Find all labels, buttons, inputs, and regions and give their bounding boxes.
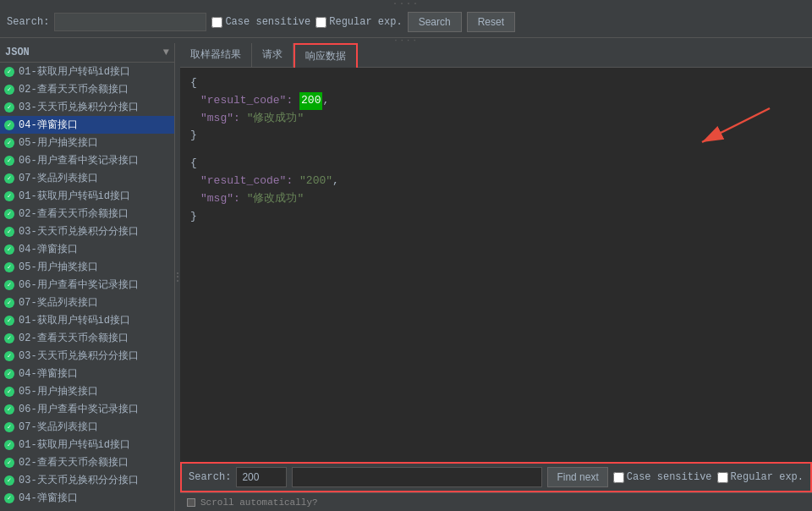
sidebar-item[interactable]: 02-查看天天币余额接口	[0, 80, 174, 98]
sidebar-item-label: 04-弹窗接口	[19, 118, 78, 132]
sidebar-item[interactable]: 01-获取用户转码id接口	[0, 436, 174, 453]
code-val-msg2: "修改成功"	[247, 190, 304, 208]
sidebar-item[interactable]: 05-用户抽奖接口	[0, 382, 174, 400]
bottom-case-sensitive-label[interactable]: Case sensitive	[613, 471, 712, 483]
sidebar-item-label: 04-弹窗接口	[19, 242, 78, 256]
sidebar-item-label: 02-查看天天币余额接口	[19, 331, 129, 345]
find-next-button[interactable]: Find next	[547, 467, 607, 487]
sidebar-item[interactable]: 04-弹窗接口	[0, 116, 174, 134]
sidebar-item[interactable]: 07-奖品列表接口	[0, 169, 174, 187]
brace-open-1: {	[190, 74, 197, 92]
check-icon	[3, 315, 15, 327]
check-icon	[3, 244, 15, 256]
sidebar-item[interactable]: 02-查看天天币余额接口	[0, 453, 174, 471]
brace-close-1: }	[190, 127, 197, 145]
bottom-search-bar: Search: Find next Case sensitive Regular…	[180, 462, 812, 492]
check-icon	[3, 84, 15, 96]
sidebar-item-label: 03-天天币兑换积分分接口	[19, 100, 139, 114]
top-search-bar: Search: Case sensitive Regular exp. Sear…	[0, 7, 812, 38]
bottom-regular-exp-label[interactable]: Regular exp.	[717, 471, 804, 483]
search-button[interactable]: Search	[408, 12, 462, 32]
bottom-search-value-input[interactable]	[236, 467, 287, 487]
sidebar-item[interactable]: 04-弹窗接口	[0, 489, 174, 507]
sidebar-item[interactable]: 07-奖品列表接口	[0, 294, 174, 311]
sidebar-item[interactable]: 05-用户抽奖接口	[0, 258, 174, 276]
sidebar-item[interactable]: 02-查看天天币余额接口	[0, 329, 174, 347]
sidebar-item-label: 05-用户抽奖接口	[19, 384, 98, 398]
code-line-key2: "result_code": "200",	[190, 173, 802, 190]
check-icon	[3, 492, 15, 504]
sidebar-item[interactable]: 07-奖品列表接口	[0, 418, 174, 436]
sidebar-item-label: 02-查看天天币余额接口	[19, 455, 129, 470]
code-key-msg2: "msg":	[200, 190, 240, 208]
code-line-msg1: "msg": "修改成功"	[190, 110, 802, 128]
sidebar-item-label: 01-获取用户转码id接口	[19, 189, 130, 203]
sidebar-item[interactable]: 05-用户抽奖接口	[0, 134, 174, 151]
sidebar-item[interactable]: 03-天天币兑换积分分接口	[0, 347, 174, 365]
sidebar-item[interactable]: 01-获取用户转码id接口	[0, 311, 174, 329]
sort-icon[interactable]: ▼	[163, 47, 169, 58]
check-icon	[3, 173, 15, 184]
code-val-msg1: "修改成功"	[247, 110, 304, 128]
sidebar-item[interactable]: 01-获取用户转码id接口	[0, 63, 174, 80]
check-icon	[3, 119, 15, 131]
scroll-auto-label: Scroll automatically?	[200, 497, 318, 508]
sidebar-item-label: 01-获取用户转码id接口	[19, 437, 130, 452]
sidebar-item-label: 02-查看天天币余额接口	[19, 206, 129, 221]
sidebar-item[interactable]: 02-查看天天币余额接口	[0, 205, 174, 223]
regular-exp-checkbox[interactable]	[315, 17, 326, 28]
code-val-2: "200"	[299, 173, 332, 190]
sidebar-item-label: 04-弹窗接口	[19, 491, 78, 505]
code-line-close2: }	[190, 208, 802, 226]
code-highlight-200: 200	[299, 92, 322, 110]
check-icon	[3, 208, 15, 220]
search-input[interactable]	[54, 13, 206, 31]
code-line-msg2: "msg": "修改成功"	[190, 190, 802, 208]
bottom-search-main-input[interactable]	[292, 467, 542, 487]
check-icon	[3, 350, 15, 362]
brace-open-2: {	[190, 155, 197, 173]
bottom-regular-exp-checkbox[interactable]	[717, 472, 728, 483]
case-sensitive-checkbox-label[interactable]: Case sensitive	[211, 16, 310, 28]
check-icon	[3, 421, 15, 433]
sidebar-item[interactable]: 01-获取用户转码id接口	[0, 187, 174, 205]
check-icon	[3, 297, 15, 309]
bottom-case-sensitive-checkbox[interactable]	[613, 472, 624, 483]
check-icon	[3, 457, 15, 469]
code-line-open1: {	[190, 74, 802, 92]
code-key-2: "result_code":	[200, 173, 293, 190]
sidebar-list: 01-获取用户转码id接口02-查看天天币余额接口03-天天币兑换积分分接口04…	[0, 63, 174, 511]
code-line-key1: "result_code": 200,	[190, 92, 802, 110]
sidebar-item-label: 06-用户查看中奖记录接口	[19, 277, 139, 292]
reset-button[interactable]: Reset	[467, 12, 515, 32]
sidebar-item-label: 05-用户抽奖接口	[19, 260, 98, 274]
check-icon	[3, 66, 15, 78]
sidebar-item[interactable]: 06-用户查看中奖记录接口	[0, 151, 174, 169]
sidebar-item-label: 07-奖品列表接口	[19, 295, 98, 310]
sidebar-item[interactable]: 04-弹窗接口	[0, 240, 174, 258]
tab-request[interactable]: 请求	[252, 43, 294, 67]
sidebar-item[interactable]: 06-用户查看中奖记录接口	[0, 400, 174, 418]
sidebar-item-label: 06-用户查看中奖记录接口	[19, 402, 139, 416]
right-panel: 取样器结果请求响应数据 { "result_code": 200, "msg":…	[180, 43, 812, 511]
tab-sampler[interactable]: 取样器结果	[180, 43, 252, 67]
sidebar-item[interactable]: 03-天天币兑换积分分接口	[0, 471, 174, 489]
sidebar-item[interactable]: 03-天天币兑换积分分接口	[0, 223, 174, 240]
code-key-1: "result_code":	[200, 92, 293, 110]
scroll-auto-toggle[interactable]	[187, 498, 195, 507]
check-icon	[3, 261, 15, 273]
main-area: JSON ▼ 01-获取用户转码id接口02-查看天天币余额接口03-天天币兑换…	[0, 43, 812, 511]
code-line-open2: {	[190, 155, 802, 173]
sidebar-item-label: 04-弹窗接口	[19, 366, 78, 381]
check-icon	[3, 279, 15, 291]
sidebar-item[interactable]: 03-天天币兑换积分分接口	[0, 98, 174, 116]
sidebar-item[interactable]: 04-弹窗接口	[0, 365, 174, 382]
regular-exp-checkbox-label[interactable]: Regular exp.	[315, 16, 402, 28]
sidebar-item[interactable]: 06-用户查看中奖记录接口	[0, 276, 174, 294]
check-icon	[3, 102, 15, 113]
check-icon	[3, 439, 15, 451]
sidebar-item-label: 02-查看天天币余额接口	[19, 82, 129, 96]
tab-response[interactable]: 响应数据	[294, 43, 358, 68]
case-sensitive-checkbox[interactable]	[211, 17, 222, 28]
sidebar-item-label: 01-获取用户转码id接口	[19, 313, 130, 327]
